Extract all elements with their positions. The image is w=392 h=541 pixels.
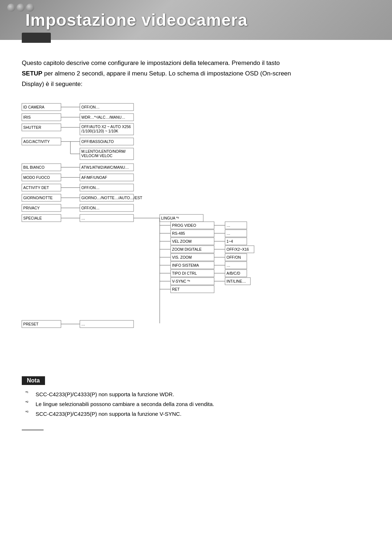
- modo-fuoco-box: MODO FUOCO: [22, 174, 61, 181]
- nota-text-2: Le lingue selezionabili possono cambiare…: [36, 401, 214, 407]
- page-content: Questo capitolo descrive come configurar…: [0, 40, 392, 445]
- svg-text:TIPO DI CTRL: TIPO DI CTRL: [172, 271, 197, 275]
- svg-text:…: …: [81, 322, 85, 326]
- bil-bianco-box: BIL BIANCO: [22, 164, 61, 171]
- tipo-ctrl-box: TIPO DI CTRL: [171, 270, 214, 277]
- intro-paragraph: Questo capitolo descrive come configurar…: [22, 58, 294, 90]
- svg-text:ATW1/ATW2/AWC/MANU…: ATW1/ATW2/AWC/MANU…: [81, 165, 129, 169]
- svg-text:AGC/ACTIVITY: AGC/ACTIVITY: [23, 139, 50, 144]
- nota-item-2: *² Le lingue selezionabili possono cambi…: [25, 399, 370, 409]
- shutter-box: SHUTTER: [22, 124, 61, 131]
- svg-text:PRIVACY: PRIVACY: [23, 206, 40, 210]
- agc-activity-value: OFF/BASSO/ALTO: [80, 138, 134, 145]
- agc-activity-box: AGC/ACTIVITY: [22, 138, 61, 145]
- svg-text:GIORNO…/NOTTE…/AUTO…/EST: GIORNO…/NOTTE…/AUTO…/EST: [81, 196, 142, 200]
- nota-list: *¹ SCC-C4233(P)/C4333(P) non supporta la…: [22, 389, 370, 419]
- svg-text:V-SYNC *³: V-SYNC *³: [172, 279, 190, 283]
- svg-text:OFF/ON…: OFF/ON…: [81, 185, 99, 190]
- svg-text:VELOC/M VELOC: VELOC/M VELOC: [81, 153, 113, 158]
- rs485-box: RS-485: [171, 230, 214, 237]
- svg-text:A/B/C/D: A/B/C/D: [226, 271, 240, 275]
- nota-section: Nota *¹ SCC-C4233(P)/C4333(P) non suppor…: [22, 376, 370, 419]
- svg-text:SHUTTER: SHUTTER: [23, 125, 41, 130]
- nota-sup-3: *³: [25, 409, 28, 416]
- preset-box: PRESET: [22, 320, 61, 328]
- bil-bianco-value: ATW1/ATW2/AWC/MANU…: [80, 164, 134, 171]
- rs485-value: …: [225, 230, 247, 237]
- vel-zoom-box: VEL ZOOM: [171, 238, 214, 245]
- svg-text:1~4: 1~4: [226, 239, 233, 243]
- svg-text:ACTIVITY DET: ACTIVITY DET: [23, 185, 49, 190]
- modo-fuoco-value: AF/MF/UNOAF: [80, 174, 134, 181]
- svg-text:OFF/ON…: OFF/ON…: [81, 206, 99, 210]
- svg-text:PRESET: PRESET: [23, 322, 39, 326]
- svg-text:M.LENTO/LENTO/NORM/: M.LENTO/LENTO/NORM/: [81, 149, 126, 153]
- svg-text:INFO SISTEMA: INFO SISTEMA: [172, 263, 199, 267]
- svg-text:AF/MF/UNOAF: AF/MF/UNOAF: [81, 175, 107, 180]
- nota-item-1: *¹ SCC-C4233(P)/C4333(P) non supporta la…: [25, 389, 370, 399]
- info-sistema-value: …: [225, 262, 247, 269]
- svg-text:MODO FUOCO: MODO FUOCO: [23, 175, 50, 180]
- iris-value: WDR…*¹/ALC…/MANU…: [80, 114, 134, 121]
- svg-text:SPECIALE: SPECIALE: [23, 216, 42, 220]
- vsync-value: INT/LINE…: [225, 278, 250, 285]
- svg-text:RET: RET: [172, 287, 180, 291]
- svg-text:ID CAMERA: ID CAMERA: [23, 105, 44, 109]
- svg-rect-114: [80, 320, 134, 328]
- nota-item-3: *³ SCC-C4233(P)/C4235(P) non supporta la…: [25, 409, 370, 419]
- zoom-digitale-box: ZOOM DIGITALE: [171, 246, 214, 253]
- svg-text:…: …: [81, 216, 85, 220]
- vel-zoom-value: 1~4: [225, 238, 247, 245]
- osd-diagram: .bx { font: 10.5px Arial, sans-serif; fi…: [22, 103, 370, 369]
- header-decoration-circles: [7, 4, 36, 13]
- svg-text:IRIS: IRIS: [23, 115, 30, 119]
- id-camera-value: OFF/ON…: [80, 103, 134, 111]
- nota-label: Nota: [22, 376, 45, 385]
- id-camera-box: ID CAMERA: [22, 103, 61, 111]
- iris-box: IRIS: [22, 114, 61, 121]
- intro-bold: SETUP: [22, 70, 42, 77]
- info-sistema-box: INFO SISTEMA: [171, 262, 214, 269]
- svg-rect-54: [80, 214, 134, 222]
- svg-text:OFF/ON…: OFF/ON…: [81, 105, 99, 109]
- activity-det-value: OFF/ON…: [80, 184, 134, 191]
- vis-zoom-value: OFF/ON: [225, 254, 247, 261]
- zoom-digitale-value: OFF/X2~X16: [225, 246, 254, 253]
- privacy-box: PRIVACY: [22, 204, 61, 212]
- ret-box: RET: [171, 286, 214, 293]
- svg-text:INT/LINE…: INT/LINE…: [226, 279, 246, 283]
- agc-sub-value: M.LENTO/LENTO/NORM/ VELOC/M VELOC: [80, 148, 134, 160]
- svg-text:LINGUA *²: LINGUA *²: [161, 216, 179, 220]
- svg-text:WDR…*¹/ALC…/MANU…: WDR…*¹/ALC…/MANU…: [81, 115, 125, 119]
- intro-text-plain: Questo capitolo descrive come configurar…: [22, 60, 280, 66]
- giorno-notte-box: GIORNO/NOTTE: [22, 194, 61, 201]
- svg-text:OFF/ON: OFF/ON: [226, 255, 241, 259]
- svg-text:PROG VIDEO: PROG VIDEO: [172, 223, 196, 228]
- svg-text:OFF/BASSO/ALTO: OFF/BASSO/ALTO: [81, 139, 114, 144]
- giorno-notte-value: GIORNO…/NOTTE…/AUTO…/EST: [80, 194, 142, 201]
- svg-text:RS-485: RS-485: [172, 231, 185, 235]
- intro-text-after: per almeno 2 secondi, appare il menu Set…: [22, 70, 291, 87]
- speciale-box: SPECIALE: [22, 214, 61, 222]
- shutter-value: OFF/AUTO X2 ~ AUTO X256 /1/100(1/120) ~ …: [80, 123, 134, 135]
- nota-text-1: SCC-C4233(P)/C4333(P) non supporta la fu…: [36, 391, 174, 397]
- vis-zoom-box: VIS. ZOOM: [171, 254, 214, 261]
- activity-det-box: ACTIVITY DET: [22, 184, 61, 191]
- speciale-value: …: [80, 214, 134, 222]
- svg-text:/1/100(1/120) ~ 1/10K: /1/100(1/120) ~ 1/10K: [81, 129, 118, 133]
- svg-text:BIL BIANCO: BIL BIANCO: [23, 165, 45, 169]
- prog-video-box: PROG VIDEO: [171, 222, 214, 229]
- header-tab-decoration: [22, 33, 51, 43]
- svg-text:…: …: [226, 231, 230, 235]
- tipo-ctrl-value: A/B/C/D: [225, 270, 247, 277]
- page-title: Impostazione videocamera: [25, 10, 248, 30]
- svg-text:ZOOM DIGITALE: ZOOM DIGITALE: [172, 247, 201, 251]
- page-header: Impostazione videocamera: [0, 0, 392, 40]
- privacy-value: OFF/ON…: [80, 204, 134, 212]
- svg-text:…: …: [226, 263, 230, 267]
- svg-text:VIS. ZOOM: VIS. ZOOM: [172, 255, 192, 259]
- nota-sup-2: *²: [25, 399, 28, 406]
- svg-text:GIORNO/NOTTE: GIORNO/NOTTE: [23, 196, 53, 200]
- nota-text-3: SCC-C4233(P)/C4235(P) non supporta la fu…: [36, 411, 181, 417]
- svg-text:VEL ZOOM: VEL ZOOM: [172, 239, 192, 243]
